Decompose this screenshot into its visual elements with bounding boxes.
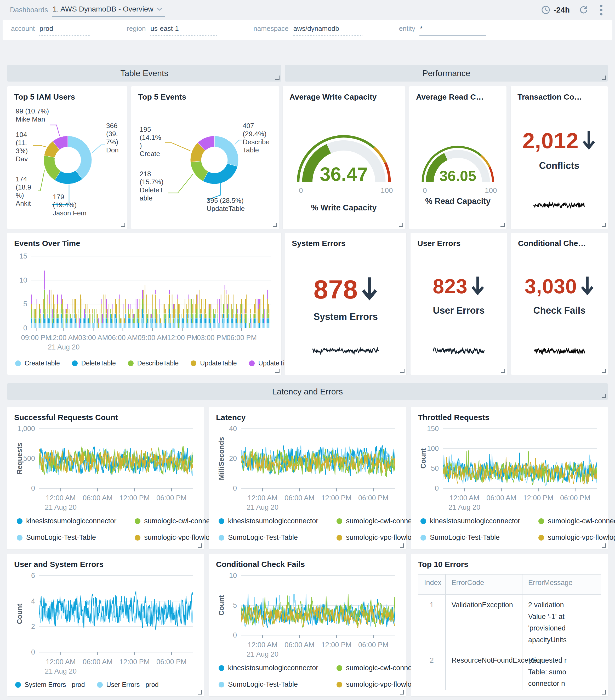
chart-canvas[interactable]: 05101509:00 PM12:00 AM21 Aug 2003:00 AM0… [14, 249, 274, 353]
chevron-down-icon [157, 8, 162, 11]
legend-item[interactable]: kinesistosumologicconnector [17, 517, 116, 525]
svg-text:12:00 PM: 12:00 PM [120, 658, 150, 666]
filter-label: namespace [254, 25, 288, 33]
legend-item[interactable]: kinesistosumologicconnector [420, 517, 520, 525]
chart-canvas[interactable]: 36.050100% Read Capacity [416, 103, 500, 223]
stat-chart[interactable]: 3,030Check Fails [518, 249, 601, 368]
filter-entity-value[interactable]: * [419, 24, 487, 36]
legend-item[interactable]: User Errors - prod [97, 681, 159, 688]
legend-item[interactable]: SumoLogic-Test-Table [420, 534, 520, 541]
gauge-chart[interactable]: 36.470100% Write Capacity [290, 103, 398, 223]
resize-handle-icon[interactable] [275, 369, 280, 373]
resize-handle-icon[interactable] [121, 223, 125, 227]
resize-handle-icon[interactable] [602, 690, 606, 695]
chart-canvas[interactable]: 05010015012:00 AM21 Aug 2006:00 AM12:00 … [418, 423, 601, 511]
resize-handle-icon[interactable] [198, 690, 202, 695]
resize-handle-icon[interactable] [501, 223, 505, 227]
resize-handle-icon[interactable] [400, 369, 405, 373]
legend-dot [135, 518, 140, 524]
resize-handle-icon[interactable] [602, 394, 606, 398]
stat-chart[interactable]: 823User Errors [417, 249, 500, 368]
svg-text:12:00 AM: 12:00 AM [248, 641, 278, 649]
dashboard-title-dropdown[interactable]: 1. AWS DynamoDB - Overview [52, 3, 165, 17]
table-row[interactable]: 2ResourceNotFoundExceptionRequested rTab… [418, 650, 601, 690]
legend-label: System Errors - prod [25, 681, 85, 688]
resize-handle-icon[interactable] [602, 369, 606, 373]
filter-entity[interactable]: entity * [399, 24, 487, 36]
chart-canvas[interactable]: 0204012:00 AM21 Aug 2006:00 AM12:00 PM06… [216, 423, 399, 511]
resize-handle-icon[interactable] [399, 223, 403, 227]
legend-item[interactable]: kinesistosumologicconnector [219, 517, 318, 525]
filter-namespace-value[interactable]: aws/dynamodb [293, 24, 362, 36]
legend-dot [135, 535, 140, 540]
filter-bar: account prod region us-east-1 namespace … [3, 20, 612, 40]
col-header[interactable]: Index [418, 574, 445, 595]
svg-text:12:00 AM: 12:00 AM [248, 494, 278, 502]
legend-item[interactable]: SumoLogic-Test-Table [219, 534, 318, 541]
legend-dot [190, 361, 196, 366]
filter-region-value[interactable]: us-east-1 [150, 24, 217, 36]
chart-legend: kinesistosumologicconnectorsumologic-cwl… [219, 664, 399, 688]
line-chart[interactable]: 0204012:00 AM21 Aug 2006:00 AM12:00 PM06… [216, 423, 399, 543]
kebab-menu-icon[interactable] [598, 4, 605, 16]
errors-table-container[interactable]: IndexErrorCodeErrorMessage1ValidationExc… [418, 570, 601, 690]
resize-handle-icon[interactable] [602, 543, 606, 548]
gauge-value: 36.47 [320, 164, 368, 185]
filter-namespace[interactable]: namespace aws/dynamodb [254, 24, 362, 36]
chart-canvas[interactable]: 051012:00 AM21 Aug 2006:00 AM12:00 PM06:… [216, 570, 399, 658]
resize-handle-icon[interactable] [501, 369, 505, 373]
table-row[interactable]: 1ValidationException2 validationValue '-… [418, 595, 601, 650]
svg-text:06:00 AM: 06:00 AM [284, 641, 314, 649]
legend-item[interactable]: CreateTable [15, 359, 60, 367]
col-header[interactable]: ErrorCode [445, 574, 522, 595]
donut-slice[interactable] [203, 164, 237, 184]
svg-text:12:00 AM: 12:00 AM [450, 494, 479, 502]
resize-handle-icon[interactable] [198, 543, 202, 548]
legend-item[interactable]: sumologic-cwl-connector [538, 517, 615, 525]
section-title: Latency and Errors [272, 387, 343, 397]
legend-item[interactable]: DeleteTable [72, 359, 116, 367]
legend-item[interactable]: SumoLogic-Test-Table [219, 680, 318, 688]
filter-account[interactable]: account prod [11, 24, 90, 36]
resize-handle-icon[interactable] [273, 223, 277, 227]
time-range-button[interactable] [541, 5, 550, 15]
line-chart[interactable]: 051012:00 AM21 Aug 2006:00 AM12:00 PM06:… [216, 570, 399, 690]
legend-item[interactable]: UpdateTable [190, 359, 237, 367]
resize-handle-icon[interactable] [275, 76, 280, 80]
resize-handle-icon[interactable] [400, 690, 404, 695]
legend-item[interactable]: DescribeTable [128, 359, 179, 367]
legend-item[interactable]: sumologic-vpc-flowlog-connector [538, 534, 615, 541]
stat-chart[interactable]: 878System Errors [292, 249, 399, 368]
line-chart[interactable]: 024612:00 AM21 Aug 2006:00 AM12:00 PM06:… [14, 570, 197, 690]
legend-dot [219, 518, 224, 524]
time-range-value[interactable]: -24h [554, 5, 570, 14]
gauge-chart[interactable]: 36.050100% Read Capacity [416, 103, 500, 223]
line-chart[interactable]: 05010015012:00 AM21 Aug 2006:00 AM12:00 … [418, 423, 601, 543]
breadcrumb[interactable]: Dashboards [10, 6, 48, 14]
stacked-bar-chart[interactable]: 05101509:00 PM12:00 AM21 Aug 2003:00 AM0… [14, 249, 274, 368]
resize-handle-icon[interactable] [602, 76, 606, 80]
chart-canvas[interactable]: 407(29.4%)DescribeTable395 (28.5%)Update… [138, 103, 272, 223]
filter-region[interactable]: region us-east-1 [127, 24, 217, 36]
resize-handle-icon[interactable] [400, 543, 404, 548]
line-chart[interactable]: 05001,00012:00 AM21 Aug 2006:00 AM12:00 … [14, 423, 197, 543]
stat-chart[interactable]: 2,012Conflicts [517, 103, 601, 223]
clock-icon [541, 5, 550, 15]
donut-chart[interactable]: 407(29.4%)DescribeTable395 (28.5%)Update… [138, 103, 272, 223]
donut-callout-label: 218(15.7%)DeleteTable [140, 170, 163, 202]
col-header[interactable]: ErrorMessage [522, 574, 601, 595]
filter-account-value[interactable]: prod [39, 24, 90, 36]
legend-item[interactable]: kinesistosumologicconnector [219, 664, 318, 672]
chart-canvas[interactable]: 05001,00012:00 AM21 Aug 2006:00 AM12:00 … [14, 423, 197, 511]
chart-canvas[interactable]: 024612:00 AM21 Aug 2006:00 AM12:00 PM06:… [14, 570, 197, 675]
chart-canvas[interactable]: 36.470100% Write Capacity [290, 103, 398, 223]
donut-slice[interactable] [214, 136, 238, 166]
resize-handle-icon[interactable] [602, 223, 606, 227]
donut-chart[interactable]: 366(39.7%)Don179(19.4%)Jason Fem174(18.9… [14, 103, 120, 223]
refresh-button[interactable] [579, 5, 589, 15]
legend-item[interactable]: SumoLogic-Test-Table [17, 534, 116, 541]
legend-item[interactable]: System Errors - prod [15, 681, 85, 688]
chart-canvas[interactable]: 366(39.7%)Don179(19.4%)Jason Fem174(18.9… [14, 103, 120, 223]
errors-table[interactable]: IndexErrorCodeErrorMessage1ValidationExc… [418, 574, 601, 690]
svg-text:06:00 PM: 06:00 PM [156, 658, 187, 666]
